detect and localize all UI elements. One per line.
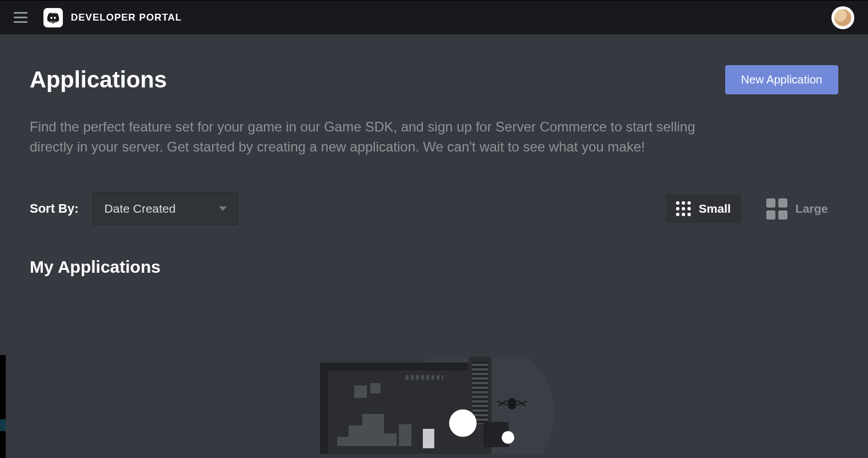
view-small-button[interactable]: Small [666,194,741,223]
avatar-image [834,9,851,26]
user-avatar[interactable] [831,6,854,29]
new-application-button[interactable]: New Application [725,65,838,94]
grid-large-icon [766,198,787,220]
top-bar: DEVELOPER PORTAL [0,0,868,34]
my-applications-heading: My Applications [30,257,838,277]
sort-by-label: Sort By: [30,201,79,216]
controls-row: Sort By: Date Created Small Large [30,192,838,226]
discord-logo-icon [43,8,63,27]
view-toggle: Small Large [666,192,838,226]
view-large-button[interactable]: Large [756,192,838,226]
empty-state-illustration [30,357,838,454]
brand-area[interactable]: DEVELOPER PORTAL [43,8,182,27]
title-row: Applications New Application [30,65,838,94]
view-large-label: Large [795,202,828,216]
spider-icon [502,393,522,414]
brand-text: DEVELOPER PORTAL [71,12,182,23]
grid-small-icon [676,201,691,216]
page-description: Find the perfect feature set for your ga… [30,117,733,157]
sort-select[interactable]: Date Created [93,192,238,225]
offscreen-editor-sliver [0,355,6,458]
view-small-label: Small [699,202,731,216]
chevron-down-icon [219,206,227,211]
menu-button[interactable] [9,6,32,29]
sort-selected-value: Date Created [105,202,176,216]
page-title: Applications [30,67,167,93]
hamburger-icon [14,12,27,14]
page-content: Applications New Application Find the pe… [0,34,868,458]
